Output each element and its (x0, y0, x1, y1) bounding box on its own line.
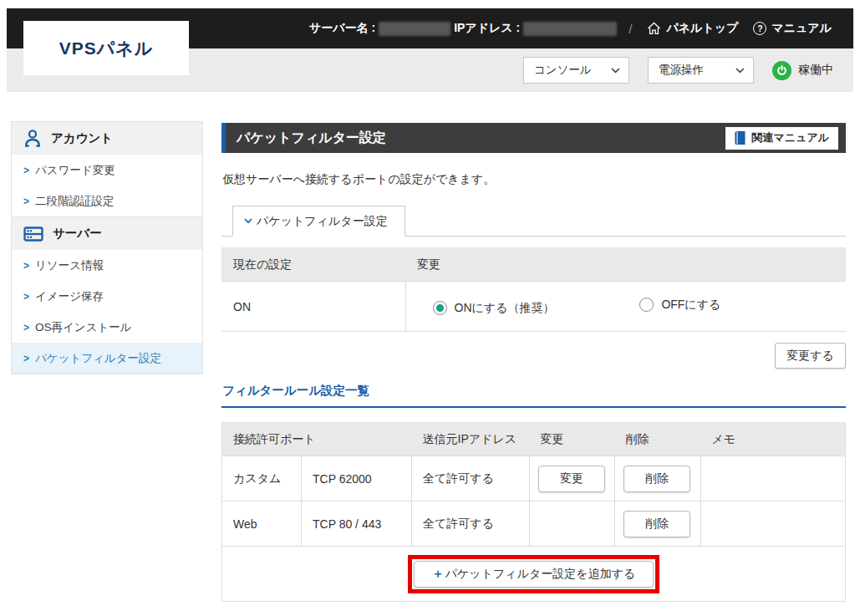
red-highlight-box: ＋パケットフィルター設定を追加する (408, 555, 660, 593)
power-select-value: 電源操作 (659, 63, 704, 78)
change-submit-button[interactable]: 変更する (775, 343, 846, 369)
radio-group-on: ONにする（推奨） (433, 301, 555, 316)
radio-on[interactable] (433, 301, 447, 315)
vps-panel-logo[interactable]: VPSパネル (23, 21, 189, 75)
related-manual-button[interactable]: 関連マニュアル (725, 127, 838, 150)
server-name-redacted-value (379, 22, 450, 36)
question-icon: ? (753, 22, 766, 35)
column-header-source-ip: 送信元IPアドレス (412, 423, 530, 456)
rule-delete-cell: 削除 (615, 456, 701, 501)
table-row-add: ＋パケットフィルター設定を追加する (222, 547, 846, 602)
chevron-down-icon (611, 68, 620, 74)
separator: / (628, 22, 632, 36)
tab-packet-filter-settings[interactable]: パケットフィルター設定 (232, 206, 405, 237)
sidebar-item-label: パケットフィルター設定 (35, 351, 161, 366)
rule-source-ip: 全て許可する (412, 501, 530, 547)
ip-address-redacted-value (523, 22, 617, 36)
sidebar-item-image-save[interactable]: > イメージ保存 (12, 281, 202, 312)
rule-memo (701, 456, 846, 501)
add-packet-filter-button[interactable]: ＋パケットフィルター設定を追加する (414, 561, 654, 588)
sidebar-item-resource-info[interactable]: > リソース情報 (12, 250, 202, 281)
delete-rule-button[interactable]: 削除 (623, 511, 690, 537)
radio-off[interactable] (639, 298, 654, 312)
tab-label: パケットフィルター設定 (257, 214, 388, 227)
ip-address-label: IPアドレス : (454, 21, 520, 36)
chevron-down-icon (244, 218, 252, 224)
sidebar-section-server: サーバー (12, 216, 202, 250)
person-icon (23, 129, 42, 148)
change-setting-cell: ONにする（推奨） OFFにする (405, 282, 846, 332)
sidebar-item-two-factor-auth[interactable]: > 二段階認証設定 (12, 186, 202, 216)
power-operation-select[interactable]: 電源操作 (648, 57, 754, 84)
sidebar-item-password-change[interactable]: > パスワード変更 (12, 155, 202, 186)
power-status-icon (772, 61, 791, 80)
page-title: パケットフィルター設定 (237, 130, 386, 147)
column-header-allowed-port: 接続許可ポート (222, 423, 412, 456)
manual-label: マニュアル (771, 21, 832, 36)
rule-change-cell (530, 501, 615, 547)
rule-type: カスタム (222, 456, 302, 501)
chevron-right-icon: > (23, 196, 29, 207)
book-icon (735, 131, 746, 145)
page-title-bar: パケットフィルター設定 関連マニュアル (221, 123, 846, 153)
delete-rule-button[interactable]: 削除 (623, 466, 690, 492)
sidebar-item-label: 二段階認証設定 (35, 194, 114, 209)
filter-rules-heading: フィルタールール設定一覧 (221, 383, 846, 408)
sidebar: アカウント > パスワード変更 > 二段階認証設定 サーバー > リソース情報 … (11, 121, 203, 374)
sidebar-item-label: パスワード変更 (35, 163, 115, 178)
column-header-change: 変更 (405, 248, 846, 282)
related-manual-label: 関連マニュアル (751, 130, 829, 145)
chevron-right-icon: > (23, 353, 29, 364)
server-icon (23, 226, 43, 242)
rule-delete-cell: 削除 (615, 501, 701, 547)
main-content: パケットフィルター設定 関連マニュアル 仮想サーバーへ接続するポートの設定ができ… (221, 123, 846, 602)
rule-type: Web (222, 501, 302, 547)
console-select-value: コンソール (534, 63, 592, 78)
column-header-current-setting: 現在の設定 (221, 248, 405, 282)
rule-source-ip: 全て許可する (412, 456, 530, 501)
home-icon (647, 22, 661, 35)
sidebar-section-title: アカウント (51, 130, 113, 146)
rule-port: TCP 62000 (302, 456, 412, 501)
rule-change-cell: 変更 (530, 456, 615, 501)
add-button-label: パケットフィルター設定を追加する (445, 567, 636, 580)
table-header-row: 接続許可ポート 送信元IPアドレス 変更 削除 メモ (222, 423, 846, 456)
sidebar-section-title: サーバー (53, 226, 102, 242)
chevron-right-icon: > (23, 322, 29, 333)
chevron-right-icon: > (23, 165, 29, 176)
column-header-memo: メモ (701, 423, 846, 456)
sidebar-item-os-reinstall[interactable]: > OS再インストール (12, 312, 202, 343)
table-row: カスタム TCP 62000 全て許可する 変更 削除 (222, 456, 846, 501)
sidebar-item-label: OS再インストール (35, 320, 132, 335)
current-setting-table: 現在の設定 変更 ON ONにする（推奨） OFFにする (221, 247, 846, 332)
radio-off-label: OFFにする (661, 298, 720, 313)
rule-port: TCP 80 / 443 (302, 501, 412, 547)
chevron-down-icon (735, 68, 745, 74)
panel-top-link[interactable]: パネルトップ (647, 21, 738, 36)
console-select[interactable]: コンソール (523, 57, 629, 84)
rule-memo (701, 501, 846, 547)
change-rule-button[interactable]: 変更 (538, 466, 605, 492)
manual-link[interactable]: ? マニュアル (753, 21, 832, 36)
radio-on-label: ONにする（推奨） (455, 301, 555, 316)
column-header-change: 変更 (530, 423, 615, 456)
filter-rules-table: 接続許可ポート 送信元IPアドレス 変更 削除 メモ カスタム TCP 6200… (221, 422, 846, 602)
page-description: 仮想サーバーへ接続するポートの設定ができます。 (222, 171, 846, 187)
plus-icon: ＋ (432, 567, 444, 580)
chevron-right-icon: > (23, 260, 29, 272)
submit-row: 変更する (221, 343, 846, 369)
logo-text: VPSパネル (59, 37, 154, 60)
table-header-row: 現在の設定 変更 (221, 248, 846, 282)
radio-group-off: OFFにする (639, 298, 720, 313)
server-status: 稼働中 (772, 61, 833, 80)
sidebar-item-label: リソース情報 (35, 258, 104, 273)
sidebar-item-packet-filter-settings[interactable]: > パケットフィルター設定 (12, 343, 202, 374)
tab-row: パケットフィルター設定 (221, 206, 846, 237)
table-row: Web TCP 80 / 443 全て許可する 削除 (222, 501, 846, 547)
sidebar-section-account: アカウント (12, 121, 202, 155)
add-rule-cell: ＋パケットフィルター設定を追加する (222, 547, 846, 602)
table-row: ON ONにする（推奨） OFFにする (221, 282, 846, 332)
status-label: 稼働中 (798, 63, 833, 78)
chevron-right-icon: > (23, 291, 29, 303)
server-name-label: サーバー名 : (309, 21, 375, 36)
